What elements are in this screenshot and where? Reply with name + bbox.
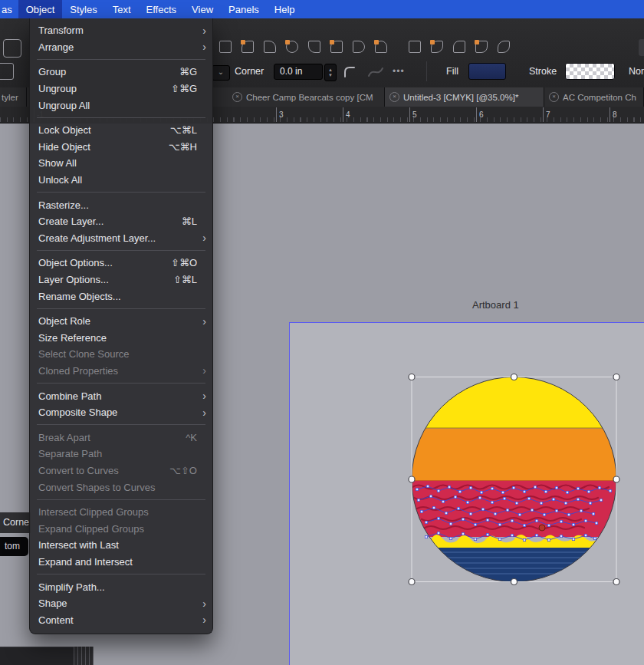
menu-item[interactable]: Show All › <box>30 155 212 172</box>
corner-preset-6-icon[interactable] <box>328 38 345 55</box>
corner-preset-5-icon[interactable] <box>306 38 323 55</box>
menu-item-label: Intersect Clipped Groups <box>38 506 186 518</box>
corner-preset-11-icon[interactable] <box>451 38 468 55</box>
menubar-item[interactable]: Styles <box>62 0 104 18</box>
tab-close-icon[interactable]: × <box>232 92 242 102</box>
custom-dropdown-fragment[interactable]: tom <box>0 537 28 556</box>
submenu-chevron-icon: › <box>197 614 206 626</box>
document-tab[interactable]: × tyler <box>0 87 27 107</box>
corner-preset-4-icon[interactable] <box>284 38 301 55</box>
corner-value-field[interactable]: 0.0 in <box>274 64 323 80</box>
menu-item[interactable]: Intersect with Last › <box>30 537 212 554</box>
corner-preset-2-icon[interactable] <box>239 38 256 55</box>
menu-item-label: Convert Shapes to Curves <box>38 482 186 493</box>
menu-item[interactable]: Simplify Path... › <box>30 578 212 595</box>
menu-item[interactable]: Object Role › <box>30 313 212 330</box>
corner-preset-13-icon[interactable] <box>495 38 512 55</box>
menu-item[interactable]: Hide Object ⌥⌘H › <box>30 139 212 156</box>
partial-toolbar-icon[interactable] <box>0 63 14 80</box>
menubar-item[interactable]: View <box>184 0 221 18</box>
menu-item-label: Object Role <box>38 315 186 327</box>
selection-handle[interactable] <box>511 374 518 380</box>
selection-handle[interactable] <box>511 579 518 585</box>
submenu-chevron-icon: › <box>197 598 206 610</box>
menu-item[interactable]: Content › <box>30 611 212 628</box>
selection-handle[interactable] <box>409 579 415 585</box>
stroke-color-swatch[interactable] <box>565 63 615 80</box>
tab-close-icon[interactable]: × <box>389 92 399 102</box>
menu-item[interactable]: Rename Objects... › <box>30 288 212 305</box>
more-options-button[interactable]: ••• <box>393 66 405 77</box>
menu-item-shortcut: ^K <box>186 432 197 443</box>
document-tab[interactable]: × Untitled-3 [CMYK] [@35.0%]* <box>385 87 544 107</box>
corner-preset-7-icon[interactable] <box>350 38 367 55</box>
menu-item[interactable]: Lock Object ⌥⌘L › <box>30 122 212 139</box>
menu-item: Separate Path › <box>30 446 212 463</box>
menu-item[interactable]: Composite Shape › <box>30 404 212 421</box>
menu-item[interactable]: Shape › <box>30 595 212 612</box>
menu-item[interactable]: Rasterize... › <box>30 196 212 213</box>
menu-item[interactable]: Ungroup All › <box>30 97 212 114</box>
menu-item[interactable]: Ungroup ⇧⌘G › <box>30 81 212 97</box>
tab-close-icon[interactable]: × <box>549 92 559 102</box>
menu-item-label: Convert to Curves <box>38 465 159 476</box>
fill-color-swatch[interactable] <box>468 63 506 80</box>
submenu-chevron-icon: › <box>197 315 206 328</box>
selection-handle[interactable] <box>613 579 619 585</box>
menu-item-label: Ungroup <box>38 83 160 94</box>
ruler-mark: 8 <box>610 107 617 122</box>
selection-handle[interactable] <box>613 476 619 482</box>
curve-swash-icon[interactable] <box>367 65 384 79</box>
menu-item[interactable]: Group ⌘G › <box>30 64 212 81</box>
selection-handle[interactable] <box>613 374 619 380</box>
menubar-item[interactable]: Help <box>267 0 303 18</box>
menu-item-label: Content <box>38 614 186 626</box>
menu-item-label: Create Adjustment Layer... <box>38 232 186 244</box>
menu-item: › <box>30 114 212 122</box>
menubar-item-label: Help <box>274 4 295 15</box>
menu-item[interactable]: Create Adjustment Layer... › <box>30 230 212 247</box>
corner-preset-8-icon[interactable] <box>373 38 389 55</box>
selected-artwork-sunset-circle[interactable] <box>399 367 629 597</box>
menu-item[interactable]: Create Layer... ⌘L › <box>30 213 212 230</box>
selection-handle[interactable] <box>409 476 415 482</box>
menu-item[interactable]: Expand and Intersect › <box>30 554 212 571</box>
preset-dropdown-chevron-icon[interactable]: ⌄ <box>212 65 230 81</box>
corner-preset-10-icon[interactable] <box>429 38 445 55</box>
menubar-item[interactable]: Object <box>18 0 63 18</box>
partial-toolbar-icon[interactable] <box>639 39 644 56</box>
menu-item[interactable]: Size Reference › <box>30 330 212 347</box>
menubar-item[interactable]: Text <box>105 0 139 18</box>
corner-radius-icon[interactable] <box>343 65 356 79</box>
menu-item-label: Combine Path <box>38 390 186 402</box>
menubar-item[interactable]: as <box>0 0 18 18</box>
corner-stepper[interactable]: ▲ ▼ <box>324 64 337 81</box>
document-tab[interactable]: × AC Competiton Ch <box>544 87 644 107</box>
stepper-up-icon[interactable]: ▲ <box>328 67 333 73</box>
menu-item: Convert to Curves ⌥⇧O › <box>30 463 212 479</box>
menu-item[interactable]: Combine Path › <box>30 387 212 404</box>
menubar-item[interactable]: Panels <box>221 0 267 18</box>
corner-preset-12-icon[interactable] <box>473 38 490 55</box>
menubar-item-label: Effects <box>146 4 177 15</box>
menu-item[interactable]: Object Options... ⇧⌘O › <box>30 255 212 272</box>
stepper-down-icon[interactable]: ▼ <box>328 73 333 78</box>
corner-preset-1-icon[interactable] <box>217 38 234 55</box>
menu-item[interactable]: Unlock All › <box>30 172 212 189</box>
corner-preset-9-icon[interactable] <box>406 38 423 55</box>
submenu-chevron-icon: › <box>197 232 206 244</box>
selection-handle[interactable] <box>409 374 415 380</box>
red-dot <box>539 525 545 531</box>
artboard-label[interactable]: Artboard 1 <box>472 299 519 311</box>
menubar-item[interactable]: Effects <box>139 0 185 18</box>
menu-item: › <box>30 379 212 387</box>
menu-item[interactable]: Transform › <box>30 22 212 39</box>
ruler-mark: 5 <box>409 107 417 122</box>
menu-item-label: Ungroup All <box>38 100 186 111</box>
partial-toolbar-icon[interactable] <box>3 39 21 58</box>
menu-item: Break Apart ^K › <box>30 429 212 446</box>
corner-preset-3-icon[interactable] <box>261 38 278 55</box>
menu-item[interactable]: Arrange › <box>30 39 212 56</box>
menu-item-shortcut: ⇧⌘G <box>171 83 197 94</box>
menu-item[interactable]: Layer Options... ⇧⌘L › <box>30 272 212 288</box>
